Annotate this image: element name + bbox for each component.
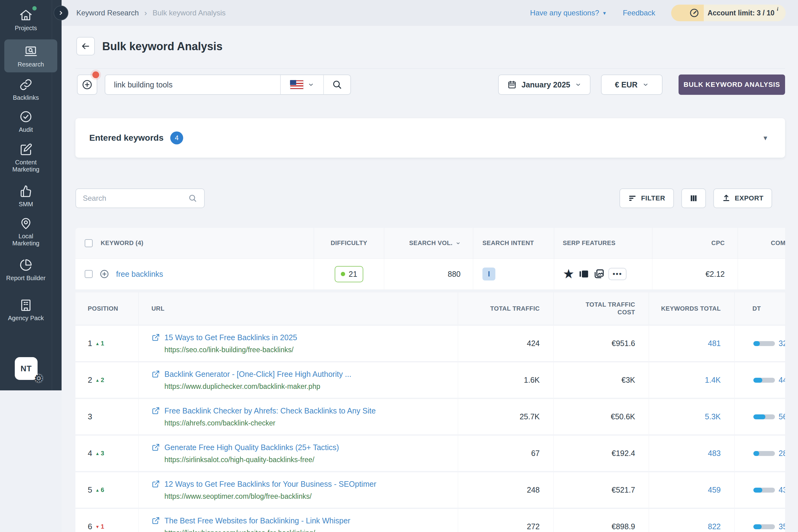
external-link-icon <box>151 406 160 415</box>
column-url[interactable]: URL <box>151 305 165 312</box>
sidebar-item-local-marketing[interactable]: Local Marketing <box>0 216 52 247</box>
dt-progress-bar <box>753 488 775 493</box>
column-cpc[interactable]: CPC <box>711 240 725 247</box>
sidebar-item-research[interactable]: Research <box>4 39 57 72</box>
feedback-link[interactable]: Feedback <box>623 8 655 17</box>
region-selector[interactable] <box>280 75 323 94</box>
column-search-intent[interactable]: SEARCH INTENT <box>482 240 534 247</box>
external-link-icon <box>151 480 160 488</box>
currency-value: € EUR <box>615 80 638 89</box>
have-questions-link[interactable]: Have any questions? ▼ <box>530 8 607 17</box>
keywords-total-link[interactable]: 483 <box>708 449 721 458</box>
date-value: January 2025 <box>521 80 570 89</box>
more-features-button[interactable]: ••• <box>608 268 627 280</box>
avatar-initials: NT <box>21 364 32 374</box>
columns-button[interactable] <box>681 188 706 208</box>
column-keywords-total[interactable]: KEYWORDS TOTAL <box>661 305 721 312</box>
sidebar-item-label: Report Builder <box>6 274 45 282</box>
keyword-table: KEYWORD (4) DIFFICULTY SEARCH VOL. SEARC… <box>75 228 785 532</box>
expand-plus-icon[interactable] <box>99 269 109 279</box>
gear-icon[interactable]: ⚙ <box>34 373 44 384</box>
result-title-link[interactable]: Generate Free High Quality Backlinks (25… <box>151 443 339 452</box>
sidebar-item-content-marketing[interactable]: Content Marketing <box>0 142 52 173</box>
images-icon <box>593 268 605 280</box>
user-avatar[interactable]: NT ⚙ <box>15 357 38 380</box>
keywords-total-link[interactable]: 459 <box>708 486 721 494</box>
collapse-toggle-icon[interactable]: ▾ <box>763 134 767 142</box>
sidebar-item-label: Audit <box>19 126 33 133</box>
result-title-link[interactable]: 12 Ways to Get Free Backlinks for Your B… <box>151 480 376 489</box>
position-value: 5 <box>88 485 92 495</box>
gauge-icon <box>671 5 704 21</box>
column-total-traffic-cost[interactable]: TOTAL TRAFFIC COST <box>573 301 635 316</box>
position-value: 6 <box>88 522 92 531</box>
calendar-icon <box>507 80 517 89</box>
dt-progress-bar <box>753 524 775 529</box>
positions-header-row: POSITION URL TOTAL TRAFFIC TOTAL TRAFFIC… <box>75 292 785 324</box>
external-link-icon <box>151 516 160 525</box>
info-icon[interactable]: i <box>777 6 778 12</box>
entered-keywords-card: Entered keywords 4 ▾ <box>75 118 785 158</box>
date-dropdown[interactable]: January 2025 <box>498 75 590 95</box>
sidebar-item-backlinks[interactable]: Backlinks <box>0 78 52 101</box>
keywords-total-link[interactable]: 1.4K <box>705 376 721 384</box>
column-difficulty[interactable]: DIFFICULTY <box>331 240 367 247</box>
bulk-keyword-analysis-button[interactable]: BULK KEYWORD ANALYSIS <box>679 75 785 95</box>
sidebar-item-smm[interactable]: SMM <box>0 184 52 208</box>
keywords-total-link[interactable]: 822 <box>708 522 721 531</box>
keywords-total-link[interactable]: 481 <box>708 339 721 348</box>
keywords-total-link[interactable]: 5.3K <box>705 412 721 421</box>
sidebar-item-report-builder[interactable]: Report Builder <box>0 258 52 282</box>
result-title-link[interactable]: Backlink Generator - [One-Click] Free Hi… <box>151 370 351 379</box>
total-traffic-value: 248 <box>527 486 540 494</box>
breadcrumb-keyword-research[interactable]: Keyword Research <box>76 8 139 17</box>
sidebar: Projects Research Backlinks Audit Conten… <box>0 0 61 391</box>
dt-value: 43 <box>779 486 785 494</box>
sidebar-item-projects[interactable]: Projects <box>0 8 52 32</box>
delta-arrow-icon: ▲ <box>95 488 99 493</box>
keyword-search-button[interactable] <box>323 75 350 94</box>
delta-arrow-icon: ▼ <box>95 524 99 529</box>
sidebar-item-agency-pack[interactable]: Agency Pack <box>0 298 52 322</box>
sidebar-expand-button[interactable] <box>54 5 68 20</box>
keyword-search-group <box>105 75 351 95</box>
export-button[interactable]: EXPORT <box>713 188 772 208</box>
result-url: https://seo.co/link-building/free-backli… <box>165 346 293 354</box>
result-url: https://linkwhisper.com/websites-for-bac… <box>165 529 315 532</box>
divider <box>75 68 785 69</box>
account-limit-badge[interactable]: Account limit: 3 / 10 i <box>671 5 786 21</box>
result-title-link[interactable]: Free Backlink Checker by Ahrefs: Check B… <box>151 406 376 415</box>
back-button[interactable] <box>76 37 95 55</box>
keyword-input[interactable] <box>105 75 280 94</box>
edit-icon <box>19 142 33 156</box>
position-row: 5 ▲6 12 Ways to Get Free Backlinks for Y… <box>75 472 785 508</box>
currency-dropdown[interactable]: € EUR <box>601 75 663 95</box>
keyword-count-badge: 4 <box>170 131 183 145</box>
column-dt[interactable]: DT <box>753 305 761 312</box>
result-title-link[interactable]: 15 Ways to Get Free Backlinks in 2025 <box>151 333 297 342</box>
column-total-traffic[interactable]: TOTAL TRAFFIC <box>490 305 540 312</box>
filter-button[interactable]: FILTER <box>620 188 673 208</box>
keyword-link[interactable]: free backlinks <box>116 270 163 279</box>
sidebar-item-audit[interactable]: Audit <box>0 110 52 133</box>
select-all-checkbox[interactable] <box>85 239 93 247</box>
column-competition[interactable]: COMPETITION <box>771 240 785 247</box>
sidebar-item-label: SMM <box>19 201 33 208</box>
table-search-input[interactable] <box>83 194 188 203</box>
sort-chevron-icon[interactable] <box>456 241 460 246</box>
dt-progress-bar <box>753 378 775 383</box>
breadcrumb-separator: › <box>145 8 147 18</box>
column-keyword[interactable]: KEYWORD (4) <box>101 240 144 247</box>
row-checkbox[interactable] <box>85 270 93 278</box>
search-icon <box>332 79 342 90</box>
arrow-left-icon <box>81 41 90 51</box>
result-title-link[interactable]: The Best Free Websites for Backlinking -… <box>151 516 350 525</box>
dt-value: 56 <box>779 412 785 421</box>
dt-progress-bar <box>753 341 775 346</box>
position-delta: ▲1 <box>95 340 104 347</box>
columns-icon <box>689 194 698 203</box>
column-search-vol[interactable]: SEARCH VOL. <box>409 240 453 247</box>
column-position[interactable]: POSITION <box>88 305 118 312</box>
column-serp-features[interactable]: SERP FEATURES <box>563 240 615 247</box>
thumbs-up-icon <box>19 184 33 198</box>
